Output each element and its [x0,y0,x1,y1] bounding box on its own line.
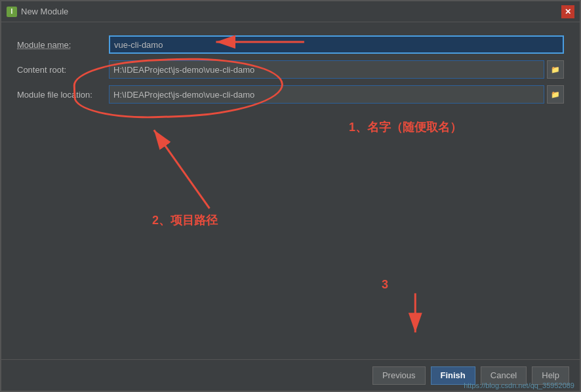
module-name-row: Module name: [17,35,564,54]
content-root-input[interactable] [109,60,544,79]
close-button[interactable]: ✕ [561,5,574,18]
main-window: I New Module ✕ Module name: Content root… [0,0,581,392]
content-root-row: Content root: 📁 [17,60,564,79]
annotation-label-3: 3 [382,278,388,292]
annotation-label-1: 1、名字（随便取名） [349,119,462,135]
previous-button[interactable]: Previous [372,366,426,385]
module-name-input[interactable] [109,35,564,54]
module-file-row: Module file location: 📁 [17,85,564,104]
bottom-bar: Previous Finish Cancel Help https://blog… [1,359,580,391]
content-root-input-wrapper: 📁 [109,60,564,79]
window-title: New Module [21,7,68,16]
annotation-label-2: 2、项目路径 [152,212,218,228]
titlebar: I New Module ✕ [1,1,580,22]
content-area: Module name: Content root: 📁 Module file… [1,22,580,359]
module-file-input[interactable] [109,85,544,104]
content-root-browse-button[interactable]: 📁 [547,60,564,79]
module-file-input-wrapper: 📁 [109,85,564,104]
footer-url: https://blog.csdn.net/qq_35952089 [464,382,574,389]
module-file-browse-button[interactable]: 📁 [547,85,564,104]
module-name-label: Module name: [17,40,109,50]
module-name-input-wrapper [109,35,564,54]
app-icon: I [7,7,17,17]
module-file-label: Module file location: [17,90,109,100]
titlebar-left: I New Module [7,7,68,17]
content-root-label: Content root: [17,65,109,75]
svg-line-2 [154,130,210,208]
